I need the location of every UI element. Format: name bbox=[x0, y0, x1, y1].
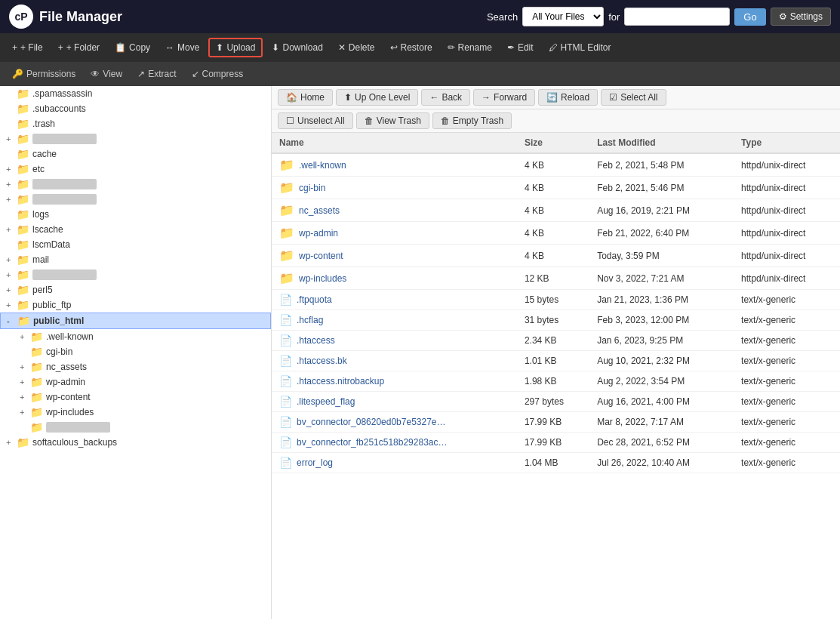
file-type: text/x-generic bbox=[734, 453, 840, 473]
forward-button[interactable]: → Forward bbox=[473, 89, 535, 106]
table-row[interactable]: 📄.hcflag31 bytesFeb 3, 2023, 12:00 PMtex… bbox=[272, 310, 840, 331]
settings-button[interactable]: ⚙ Settings bbox=[771, 8, 831, 26]
sidebar-item-blurred-12[interactable]: +📁██████████ bbox=[0, 267, 271, 282]
gear-icon: ⚙ bbox=[779, 11, 787, 22]
view-button[interactable]: 👁 View bbox=[85, 66, 128, 82]
table-row[interactable]: 📄.htaccess2.34 KBJan 6, 2023, 9:25 PMtex… bbox=[272, 331, 840, 351]
back-icon: ← bbox=[429, 92, 438, 103]
view-trash-button[interactable]: 🗑 View Trash bbox=[356, 112, 429, 129]
table-row[interactable]: 📁wp-admin4 KBFeb 21, 2022, 6:40 PMhttpd/… bbox=[272, 222, 840, 245]
expand-icon: + bbox=[6, 134, 15, 143]
rename-button[interactable]: ✏ Rename bbox=[442, 39, 498, 56]
column-modified[interactable]: Last Modified bbox=[589, 133, 734, 153]
empty-trash-button[interactable]: 🗑 Empty Trash bbox=[432, 112, 512, 129]
sidebar-item-perl5[interactable]: +📁perl5 bbox=[0, 282, 271, 297]
sidebar-item-wp-content[interactable]: +📁wp-content bbox=[0, 390, 271, 405]
table-row[interactable]: 📁.well-known4 KBFeb 2, 2021, 5:48 PMhttp… bbox=[272, 153, 840, 177]
sidebar-item-lscache[interactable]: +📁lscache bbox=[0, 222, 271, 237]
extract-button[interactable]: ↗ Extract bbox=[131, 66, 182, 82]
table-row[interactable]: 📁wp-includes12 KBNov 3, 2022, 7:21 AMhtt… bbox=[272, 267, 840, 290]
expand-icon: + bbox=[6, 180, 15, 189]
sidebar-item-softaculous-backups[interactable]: +📁softaculous_backups bbox=[0, 435, 271, 450]
table-row[interactable]: 📄bv_connector_08620ed0b7e5327e48048483c5… bbox=[272, 412, 840, 433]
file-modified: Jan 21, 2023, 1:36 PM bbox=[589, 290, 734, 310]
sidebar-item-cgi-bin[interactable]: 📁cgi-bin bbox=[0, 344, 271, 359]
expand-icon bbox=[20, 423, 29, 432]
html-editor-button[interactable]: 🖊 HTML Editor bbox=[543, 39, 617, 56]
column-size[interactable]: Size bbox=[517, 133, 589, 153]
sidebar-item-nc-assets[interactable]: +📁nc_assets bbox=[0, 359, 271, 374]
home-button[interactable]: 🏠 Home bbox=[278, 89, 333, 106]
file-icon: 📄 bbox=[279, 436, 292, 448]
expand-icon: + bbox=[6, 270, 15, 279]
column-type[interactable]: Type bbox=[734, 133, 840, 153]
delete-button[interactable]: ✕ Delete bbox=[332, 39, 381, 56]
table-row[interactable]: 📄.htaccess.nitrobackup1.98 KBAug 2, 2022… bbox=[272, 371, 840, 392]
folder-button[interactable]: + + Folder bbox=[52, 39, 106, 56]
table-row[interactable]: 📄bv_connector_fb251c518b29283ac0023f3d95… bbox=[272, 433, 840, 453]
file-modified: Aug 16, 2019, 2:21 PM bbox=[589, 199, 734, 222]
folder-icon: 📁 bbox=[17, 239, 29, 251]
sidebar-item-mail[interactable]: +📁mail bbox=[0, 252, 271, 267]
table-row[interactable]: 📄.ftpquota15 bytesJan 21, 2023, 1:36 PMt… bbox=[272, 290, 840, 310]
download-button[interactable]: ⬇ Download bbox=[266, 39, 328, 56]
sidebar: 📁.spamassassin 📁.subaccounts 📁.trash+📁██… bbox=[0, 86, 272, 619]
sidebar-item--subaccounts[interactable]: 📁.subaccounts bbox=[0, 101, 271, 116]
sidebar-item-label: ██████████ bbox=[46, 422, 110, 433]
sidebar-item--spamassassin[interactable]: 📁.spamassassin bbox=[0, 86, 271, 101]
table-row[interactable]: 📁wp-content4 KBToday, 3:59 PMhttpd/unix-… bbox=[272, 245, 840, 267]
table-row[interactable]: 📄error_log1.04 MBJul 26, 2022, 10:40 AMt… bbox=[272, 453, 840, 473]
sidebar-item-public-html[interactable]: -📁public_html bbox=[0, 313, 271, 329]
sidebar-item-label: wp-admin bbox=[46, 377, 85, 387]
up-one-level-button[interactable]: ⬆ Up One Level bbox=[336, 89, 418, 106]
table-row[interactable]: 📁cgi-bin4 KBFeb 2, 2021, 5:46 PMhttpd/un… bbox=[272, 177, 840, 199]
reload-button[interactable]: 🔄 Reload bbox=[538, 89, 598, 106]
permissions-icon: 🔑 bbox=[12, 69, 23, 79]
folder-icon: 📁 bbox=[17, 148, 29, 160]
search-scope-select[interactable]: All Your Files bbox=[522, 7, 604, 26]
search-go-button[interactable]: Go bbox=[734, 8, 765, 26]
folder-icon: 📁 bbox=[30, 331, 43, 343]
sidebar-item-etc[interactable]: +📁etc bbox=[0, 162, 271, 177]
select-all-button[interactable]: ☑ Select All bbox=[601, 89, 666, 106]
permissions-button[interactable]: 🔑 Permissions bbox=[6, 66, 82, 82]
sidebar-item-cache[interactable]: 📁cache bbox=[0, 146, 271, 162]
sidebar-item-blurred-7[interactable]: +📁██████████ bbox=[0, 192, 271, 207]
file-type: httpd/unix-direct bbox=[734, 199, 840, 222]
file-icon: 📄 bbox=[279, 314, 292, 326]
sidebar-item-blurred-22[interactable]: 📁██████████ bbox=[0, 420, 271, 435]
file-modified: Feb 2, 2021, 5:48 PM bbox=[589, 153, 734, 177]
expand-icon: + bbox=[20, 332, 29, 341]
column-name[interactable]: Name bbox=[272, 133, 517, 153]
upload-button[interactable]: ⬆ Upload bbox=[208, 38, 263, 57]
restore-button[interactable]: ↩ Restore bbox=[384, 39, 438, 56]
file-button[interactable]: + + File bbox=[6, 39, 49, 56]
table-row[interactable]: 📁nc_assets4 KBAug 16, 2019, 2:21 PMhttpd… bbox=[272, 199, 840, 222]
sidebar-item-logs[interactable]: 📁logs bbox=[0, 207, 271, 222]
back-button[interactable]: ← Back bbox=[421, 89, 470, 106]
table-row[interactable]: 📄.litespeed_flag297 bytesAug 16, 2021, 4… bbox=[272, 392, 840, 412]
file-modified: Feb 2, 2021, 5:46 PM bbox=[589, 177, 734, 199]
sidebar-item-public-ftp[interactable]: +📁public_ftp bbox=[0, 297, 271, 313]
copy-button[interactable]: 📋 Copy bbox=[109, 39, 156, 56]
edit-button[interactable]: ✒ Edit bbox=[501, 39, 540, 56]
extract-icon: ↗ bbox=[137, 69, 145, 79]
file-name: bv_connector_08620ed0b7e5327e48048483c5f… bbox=[297, 417, 448, 427]
sidebar-item-wp-includes[interactable]: +📁wp-includes bbox=[0, 405, 271, 420]
compress-button[interactable]: ↙ Compress bbox=[186, 66, 250, 82]
table-row[interactable]: 📄.htaccess.bk1.01 KBAug 10, 2021, 2:32 P… bbox=[272, 351, 840, 371]
folder-icon: 📁 bbox=[17, 118, 29, 130]
sidebar-item-wp-admin[interactable]: +📁wp-admin bbox=[0, 374, 271, 390]
expand-icon: + bbox=[20, 408, 29, 417]
expand-icon: + bbox=[6, 195, 15, 204]
folder-icon: 📁 bbox=[279, 180, 294, 195]
file-size: 12 KB bbox=[517, 267, 589, 290]
move-button[interactable]: ↔ Move bbox=[159, 39, 205, 56]
sidebar-item-blurred-6[interactable]: +📁██████████ bbox=[0, 177, 271, 192]
sidebar-item-lscmdata[interactable]: 📁lscmData bbox=[0, 237, 271, 252]
sidebar-item--well-known[interactable]: +📁.well-known bbox=[0, 329, 271, 344]
sidebar-item--trash[interactable]: 📁.trash bbox=[0, 116, 271, 131]
search-input[interactable] bbox=[624, 8, 730, 26]
unselect-all-button[interactable]: ☐ Unselect All bbox=[278, 112, 353, 129]
sidebar-item-blurred-3[interactable]: +📁██████████ bbox=[0, 131, 271, 146]
